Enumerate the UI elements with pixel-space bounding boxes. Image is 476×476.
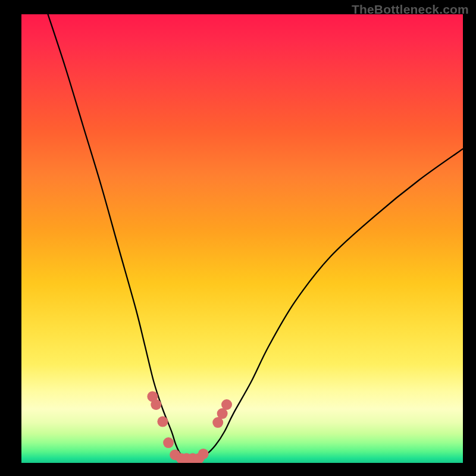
chart-frame: TheBottleneck.com [0, 0, 476, 476]
curve-marker [221, 399, 232, 410]
curve-marker [187, 453, 198, 464]
curve-markers [147, 391, 232, 463]
curve-marker [170, 449, 180, 460]
curve-marker [181, 453, 192, 464]
curve-marker [147, 391, 158, 402]
chart-plot-area [21, 14, 463, 463]
curve-marker [151, 399, 161, 410]
curve-marker [193, 453, 204, 464]
curve-marker [217, 408, 228, 419]
bottleneck-curve [48, 14, 464, 459]
chart-svg [21, 14, 463, 463]
watermark-text: TheBottleneck.com [352, 2, 469, 17]
curve-marker [157, 416, 168, 427]
curve-marker [163, 437, 174, 448]
curve-marker [198, 449, 209, 459]
curve-path [48, 14, 464, 459]
curve-marker [176, 453, 187, 464]
curve-marker [212, 417, 223, 428]
